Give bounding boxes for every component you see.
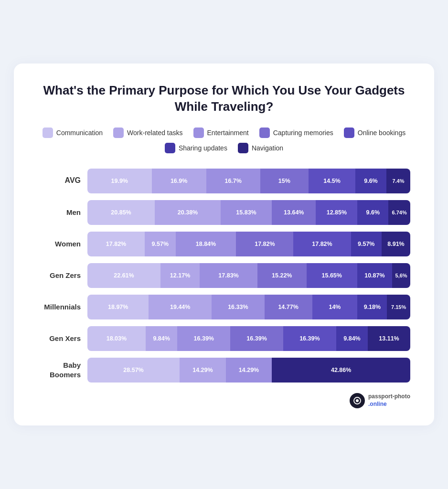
legend-label: Navigation xyxy=(252,144,283,152)
bar-segment: 13.11% xyxy=(368,326,410,351)
bar-segment: 9.57% xyxy=(351,232,382,256)
bar-segment: 28.57% xyxy=(87,358,180,383)
bar-segment: 16.39% xyxy=(283,326,336,351)
legend-item: Work-related tasks xyxy=(113,128,182,138)
legend-swatch xyxy=(43,128,53,138)
bar-segment: 19.44% xyxy=(149,295,212,319)
bar-segment: 9.84% xyxy=(336,326,368,351)
chart-row: Gen Xers18.03%9.84%16.39%16.39%16.39%9.8… xyxy=(38,326,410,351)
bar-segment: 18.84% xyxy=(176,232,236,256)
main-card: What's the Primary Purpose for Which You… xyxy=(14,64,434,425)
footer: passport-photo.online xyxy=(38,393,410,408)
chart-row: Men20.85%20.38%15.83%13.64%12.85%9.6%6.7… xyxy=(38,200,410,225)
bar-container: 28.57%14.29%14.29%42.86% xyxy=(87,358,410,383)
legend-label: Entertainment xyxy=(207,129,249,137)
legend-label: Work-related tasks xyxy=(127,129,182,137)
legend-swatch xyxy=(165,143,175,153)
svg-point-1 xyxy=(356,399,359,402)
row-label: Gen Zers xyxy=(38,271,81,280)
legend-item: Sharing updates xyxy=(165,143,227,153)
bar-segment: 9.6% xyxy=(355,169,386,193)
bar-segment: 22.61% xyxy=(87,263,160,288)
bar-container: 18.03%9.84%16.39%16.39%16.39%9.84%13.11% xyxy=(87,326,410,351)
bar-segment: 18.97% xyxy=(87,295,149,319)
bar-segment: 17.83% xyxy=(200,263,257,288)
bar-container: 18.97%19.44%16.33%14.77%14%9.18%7.15% xyxy=(87,295,410,319)
bar-segment: 15.22% xyxy=(257,263,307,288)
legend-item: Navigation xyxy=(238,143,283,153)
bar-segment: 14.29% xyxy=(226,358,272,383)
chart-area: AVG19.9%16.9%16.7%15%14.5%9.6%7.4%Men20.… xyxy=(38,169,410,383)
bar-segment: 17.82% xyxy=(236,232,293,256)
bar-segment: 9.6% xyxy=(357,200,388,225)
bar-container: 22.61%12.17%17.83%15.22%15.65%10.87%5,6% xyxy=(87,263,410,288)
bar-segment: 12.85% xyxy=(316,200,357,225)
brand-domain: .online xyxy=(368,401,387,407)
bar-segment: 5,6% xyxy=(392,263,410,288)
legend-item: Online bookings xyxy=(344,128,405,138)
bar-segment: 42.86% xyxy=(272,358,410,383)
legend-swatch xyxy=(113,128,124,138)
chart-row: Millennials18.97%19.44%16.33%14.77%14%9.… xyxy=(38,295,410,319)
legend-item: Communication xyxy=(43,128,103,138)
bar-container: 20.85%20.38%15.83%13.64%12.85%9.6%6.74% xyxy=(87,200,410,225)
legend-item: Capturing memories xyxy=(259,128,333,138)
legend-label: Sharing updates xyxy=(179,144,227,152)
bar-segment: 20.38% xyxy=(155,200,221,225)
bar-segment: 16.33% xyxy=(212,295,265,319)
bar-segment: 9.57% xyxy=(145,232,175,256)
legend-swatch xyxy=(193,128,204,138)
bar-segment: 18.03% xyxy=(87,326,146,351)
bar-segment: 16.7% xyxy=(206,169,260,193)
bar-segment: 15.83% xyxy=(221,200,272,225)
chart-row: Women17.82%9.57%18.84%17.82%17.82%9.57%8… xyxy=(38,232,410,256)
bar-segment: 17.82% xyxy=(293,232,351,256)
row-label: Millennials xyxy=(38,302,81,312)
brand-text: passport-photo.online xyxy=(368,393,410,408)
bar-segment: 6.74% xyxy=(388,200,410,225)
row-label: Gen Xers xyxy=(38,334,81,343)
bar-segment: 14.77% xyxy=(265,295,312,319)
chart-row: Gen Zers22.61%12.17%17.83%15.22%15.65%10… xyxy=(38,263,410,288)
legend-label: Online bookings xyxy=(358,129,405,137)
logo-icon xyxy=(350,393,365,408)
legend-item: Entertainment xyxy=(193,128,249,138)
bar-container: 19.9%16.9%16.7%15%14.5%9.6%7.4% xyxy=(87,169,410,193)
bar-container: 17.82%9.57%18.84%17.82%17.82%9.57%8.91% xyxy=(87,232,410,256)
legend-swatch xyxy=(259,128,270,138)
bar-segment: 13.64% xyxy=(272,200,316,225)
bar-segment: 10.87% xyxy=(357,263,393,288)
row-label: Women xyxy=(38,239,81,249)
bar-segment: 15% xyxy=(260,169,309,193)
bar-segment: 16.39% xyxy=(230,326,283,351)
bar-segment: 14.29% xyxy=(180,358,226,383)
legend-label: Capturing memories xyxy=(273,129,333,137)
bar-segment: 16.39% xyxy=(177,326,230,351)
row-label: AVG xyxy=(38,176,81,186)
bar-segment: 19.9% xyxy=(87,169,152,193)
chart-title: What's the Primary Purpose for Which You… xyxy=(38,83,410,115)
bar-segment: 12.17% xyxy=(160,263,200,288)
bar-segment: 15.65% xyxy=(307,263,357,288)
legend-swatch xyxy=(238,143,248,153)
legend: Communication Work-related tasks Enterta… xyxy=(38,128,410,153)
chart-row: Baby Boomers28.57%14.29%14.29%42.86% xyxy=(38,358,410,383)
bar-segment: 9.18% xyxy=(357,295,387,319)
row-label: Men xyxy=(38,208,81,217)
bar-segment: 14% xyxy=(312,295,358,319)
bar-segment: 20.85% xyxy=(87,200,155,225)
bar-segment: 8.91% xyxy=(382,232,410,256)
bar-segment: 9.84% xyxy=(146,326,178,351)
bar-segment: 16.9% xyxy=(152,169,206,193)
bar-segment: 14.5% xyxy=(309,169,355,193)
bar-segment: 7.15% xyxy=(387,295,410,319)
bar-segment: 7.4% xyxy=(386,169,410,193)
bar-segment: 17.82% xyxy=(87,232,145,256)
legend-label: Communication xyxy=(56,129,103,137)
legend-swatch xyxy=(344,128,354,138)
brand-logo: passport-photo.online xyxy=(350,393,410,408)
chart-row: AVG19.9%16.9%16.7%15%14.5%9.6%7.4% xyxy=(38,169,410,193)
row-label: Baby Boomers xyxy=(38,361,81,379)
